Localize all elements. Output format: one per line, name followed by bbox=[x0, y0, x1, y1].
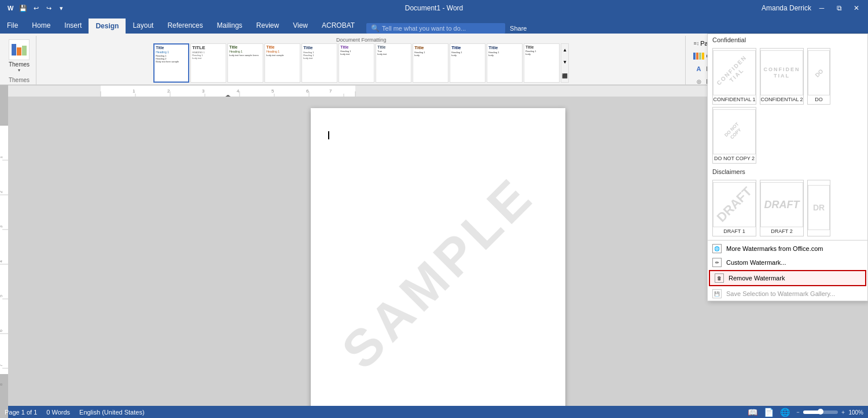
user-area: Amanda Derrick ─ ⧉ ✕ bbox=[762, 2, 863, 14]
save-gallery-icon: 💾 bbox=[712, 289, 722, 298]
theme-sample-7: Title Heading 1body bbox=[414, 45, 447, 57]
web-layout-btn[interactable]: 🌐 bbox=[779, 406, 790, 418]
do-not-copy-grid: DO NOTCOPY DO NOT COPY 2 bbox=[708, 107, 867, 166]
watermark-draft-2[interactable]: DRAFT DRAFT 2 bbox=[760, 180, 804, 236]
watermark-confidential-2[interactable]: CONFIDENTIAL CONFIDENTIAL 2 bbox=[760, 48, 804, 105]
document-formatting-label: Document Formatting bbox=[336, 37, 387, 43]
watermark-do[interactable]: DO DO bbox=[807, 48, 830, 105]
tab-layout[interactable]: Layout bbox=[126, 17, 160, 34]
themes-icon bbox=[9, 39, 30, 60]
draft-2-label: DRAFT 2 bbox=[771, 228, 792, 234]
watermark-do-not-copy-2[interactable]: DO NOTCOPY DO NOT COPY 2 bbox=[712, 107, 756, 164]
zoom-plus-btn[interactable]: ＋ bbox=[840, 408, 846, 416]
more-watermarks-item[interactable]: 🌐 More Watermarks from Office.com bbox=[708, 242, 867, 256]
search-box[interactable]: Tell me what you want to do... bbox=[382, 25, 466, 32]
gallery-scroll[interactable]: ▲ ▼ ⬛ bbox=[561, 43, 569, 83]
theme-sample-6: Title Truebody text bbox=[377, 45, 410, 56]
restore-button[interactable]: ⧉ bbox=[832, 2, 846, 14]
save-selection-item[interactable]: 💾 Save Selection to Watermark Gallery... bbox=[708, 287, 867, 301]
zoom-slider[interactable] bbox=[803, 410, 838, 414]
custom-watermark-item[interactable]: ✏ Custom Watermark... bbox=[708, 256, 867, 269]
globe-icon: 🌐 bbox=[712, 244, 722, 253]
page-indicator: Page 1 of 1 bbox=[5, 409, 37, 416]
ruler-corner bbox=[0, 85, 8, 97]
themes-group-label: Themes bbox=[5, 77, 34, 84]
theme-thumb-5[interactable]: Title Heading 1body text bbox=[339, 43, 374, 83]
theme-sample-0: Title Heading 1 Reading 1Heading 2Body t… bbox=[156, 46, 187, 64]
tab-references[interactable]: References bbox=[160, 17, 209, 34]
save-quick-btn[interactable]: 💾 bbox=[17, 2, 29, 14]
disclaimers-grid: DRAFT DRAFT 1 DRAFT DRAFT 2 DR bbox=[708, 177, 867, 239]
undo-quick-btn[interactable]: ↩ bbox=[30, 2, 42, 14]
draft-2-preview: DRAFT bbox=[760, 182, 803, 227]
svg-text:1: 1 bbox=[0, 156, 3, 158]
document-page: SAMPLE bbox=[311, 108, 565, 406]
zoom-percent: 100% bbox=[848, 409, 863, 416]
svg-text:4: 4 bbox=[237, 88, 240, 94]
watermark-confidential-1[interactable]: CONFIDENTIAL CONFIDENTIAL 1 bbox=[712, 48, 756, 105]
share-button[interactable]: Share bbox=[510, 25, 527, 32]
vertical-ruler-svg: 1 2 3 4 5 6 7 8 bbox=[0, 97, 8, 418]
themes-arrow-icon: ▾ bbox=[18, 68, 20, 73]
redo-quick-btn[interactable]: ↪ bbox=[43, 2, 54, 14]
theme-thumb-6[interactable]: Title Truebody text bbox=[376, 43, 411, 83]
svg-text:1: 1 bbox=[133, 88, 135, 94]
document-formatting-group: Document Formatting Title Heading 1 Read… bbox=[38, 36, 686, 84]
svg-text:6: 6 bbox=[306, 88, 309, 94]
word-count: 0 Words bbox=[46, 409, 70, 416]
themes-button[interactable]: Themes ▾ bbox=[5, 37, 34, 75]
themes-group-content: Themes ▾ bbox=[5, 37, 34, 77]
tab-acrobat[interactable]: ACROBAT bbox=[315, 17, 362, 34]
ribbon-tab-bar: File Home Insert Design Layout Reference… bbox=[0, 16, 868, 34]
theme-thumb-7[interactable]: Title Heading 1body bbox=[413, 43, 448, 83]
svg-text:2: 2 bbox=[167, 88, 170, 94]
remove-icon: 🗑 bbox=[715, 273, 724, 283]
confidential-2-preview: CONFIDENTIAL bbox=[760, 50, 803, 95]
watermark-draft-3[interactable]: DR bbox=[807, 180, 830, 236]
tab-home[interactable]: Home bbox=[25, 17, 57, 34]
status-bar: Page 1 of 1 0 Words English (United Stat… bbox=[0, 406, 868, 418]
print-layout-btn[interactable]: 📄 bbox=[763, 406, 774, 418]
theme-sample-2: Title Heading 1 body text here sample lo… bbox=[229, 45, 262, 57]
svg-text:5: 5 bbox=[271, 88, 274, 94]
theme-sample-4: Title Heading 1Reading 1body text bbox=[303, 45, 336, 60]
tab-view[interactable]: View bbox=[286, 17, 315, 34]
theme-thumb-10[interactable]: Title Reading 1body bbox=[524, 43, 560, 83]
theme-sample-1: TITLE HEADING 1Reading 1body text bbox=[192, 45, 225, 60]
do-not-copy-2-preview: DO NOTCOPY bbox=[713, 109, 756, 154]
theme-thumb-0[interactable]: Title Heading 1 Reading 1Heading 2Body t… bbox=[153, 43, 189, 83]
close-button[interactable]: ✕ bbox=[849, 2, 863, 14]
tab-mailings[interactable]: Mailings bbox=[210, 17, 249, 34]
watermark-draft-1[interactable]: DRAFT DRAFT 1 bbox=[712, 180, 756, 236]
theme-sample-9: Title Heading 1body bbox=[488, 45, 521, 57]
remove-watermark-item[interactable]: 🗑 Remove Watermark bbox=[709, 270, 866, 286]
title-bar: W 💾 ↩ ↪ ▾ Document1 - Word Amanda Derric… bbox=[0, 0, 868, 16]
tab-design[interactable]: Design bbox=[89, 17, 126, 34]
watermark-text: SAMPLE bbox=[330, 165, 546, 380]
custom-watermark-label: Custom Watermark... bbox=[726, 259, 786, 266]
tab-review[interactable]: Review bbox=[249, 17, 286, 34]
read-mode-btn[interactable]: 📖 bbox=[746, 406, 758, 418]
tab-insert[interactable]: Insert bbox=[57, 17, 89, 34]
more-watermarks-label: More Watermarks from Office.com bbox=[726, 245, 823, 252]
tab-file[interactable]: File bbox=[0, 17, 25, 34]
theme-thumb-8[interactable]: Title Heading 1body bbox=[450, 43, 486, 83]
theme-thumb-2[interactable]: Title Heading 1 body text here sample lo… bbox=[227, 43, 263, 83]
colors-icon bbox=[694, 51, 704, 61]
language-indicator: English (United States) bbox=[79, 409, 145, 416]
customize-quick-btn[interactable]: ▾ bbox=[56, 2, 67, 14]
svg-text:3: 3 bbox=[0, 225, 3, 228]
zoom-minus-btn[interactable]: － bbox=[795, 408, 801, 416]
theme-thumb-4[interactable]: Title Heading 1Reading 1body text bbox=[301, 43, 337, 83]
theme-thumb-1[interactable]: TITLE HEADING 1Reading 1body text bbox=[190, 43, 226, 83]
edit-icon: ✏ bbox=[712, 258, 722, 267]
do-preview: DO bbox=[808, 50, 830, 95]
vertical-ruler: 1 2 3 4 5 6 7 8 bbox=[0, 97, 8, 406]
theme-thumb-9[interactable]: Title Heading 1body bbox=[487, 43, 523, 83]
save-selection-label: Save Selection to Watermark Gallery... bbox=[726, 290, 835, 297]
word-logo-icon: W bbox=[5, 2, 16, 14]
fonts-icon: A bbox=[694, 64, 704, 73]
svg-text:5: 5 bbox=[0, 295, 3, 297]
minimize-button[interactable]: ─ bbox=[815, 2, 829, 14]
theme-thumb-3[interactable]: Title Heading 1 body text sample bbox=[264, 43, 300, 83]
